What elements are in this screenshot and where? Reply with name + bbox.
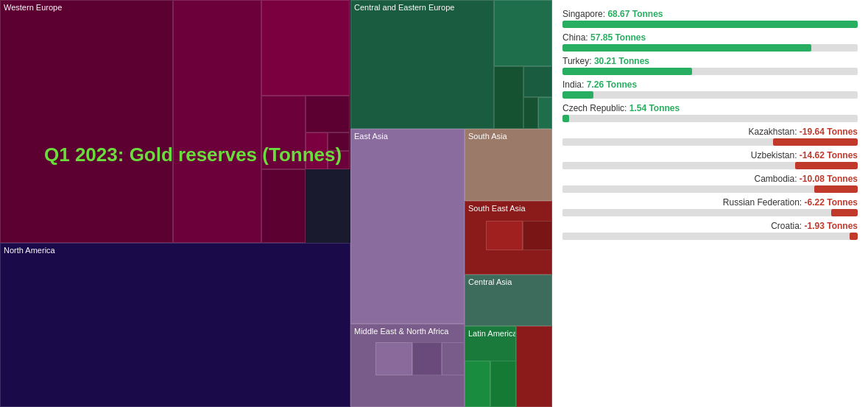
treemap-cell-mena-sub1	[375, 342, 412, 375]
treemap-cell-label: South East Asia	[465, 202, 529, 215]
treemap-cell-la-sub3	[516, 326, 552, 407]
treemap-cell-western-europe-1: Western Europe	[0, 0, 173, 243]
bar-fill	[562, 68, 692, 75]
bar-fill	[773, 138, 858, 146]
bar-track	[562, 185, 858, 193]
bar-label: Turkey: 30.21 Tonnes	[562, 56, 858, 66]
bar-row: India: 7.26 Tonnes	[562, 79, 858, 99]
treemap-cell-label: Central and Eastern Europe	[351, 1, 457, 14]
treemap-cell-sea-sub1	[486, 221, 523, 250]
treemap-cell-cee-4	[523, 66, 552, 97]
treemap-cell-la-sub1	[465, 361, 490, 407]
bar-row: Cambodia: -10.08 Tonnes	[562, 174, 858, 193]
bar-label: Czech Republic: 1.54 Tonnes	[562, 103, 858, 113]
treemap-cell-label: East Asia	[351, 130, 391, 143]
bar-row: Uzbekistan: -14.62 Tonnes	[562, 150, 858, 169]
treemap-cell-la-sub2	[490, 361, 516, 407]
bar-fill	[562, 91, 593, 99]
bar-label: China: 57.85 Tonnes	[562, 32, 858, 43]
treemap-cell-east-asia: East Asia	[350, 129, 465, 324]
treemap-cell-western-europe-2	[173, 0, 261, 243]
bar-fill	[562, 44, 811, 52]
bar-fill	[814, 185, 858, 193]
bar-row: Croatia: -1.93 Tonnes	[562, 221, 858, 240]
bar-row: Turkey: 30.21 Tonnes	[562, 56, 858, 75]
treemap-cell-label: Latin America ...	[465, 327, 516, 340]
bar-label: Russian Federation: -6.22 Tonnes	[562, 197, 858, 208]
treemap-cell-mena-sub3	[442, 342, 465, 375]
treemap-cell-western-europe-3	[261, 0, 350, 96]
bar-track	[562, 21, 858, 28]
bar-fill	[562, 115, 569, 122]
treemap-cell-mena-sub2	[412, 342, 442, 375]
bar-row: China: 57.85 Tonnes	[562, 32, 858, 52]
bar-row: Czech Republic: 1.54 Tonnes	[562, 103, 858, 122]
treemap-cell-label: Western Europe	[1, 1, 65, 14]
bar-track	[562, 68, 858, 75]
bar-label: Uzbekistan: -14.62 Tonnes	[562, 150, 858, 160]
treemap-cell-sea-sub2	[523, 221, 552, 250]
treemap-cell-cee-2	[494, 0, 552, 66]
treemap-cell-cee-6	[538, 97, 552, 129]
bar-track	[562, 233, 858, 240]
treemap-cell-north-america: North America	[0, 243, 350, 407]
bar-row: Russian Federation: -6.22 Tonnes	[562, 197, 858, 216]
bar-row: Kazakhstan: -19.64 Tonnes	[562, 127, 858, 146]
treemap-cell-label: South Asia	[465, 130, 510, 143]
bar-row: Singapore: 68.67 Tonnes	[562, 9, 858, 28]
bar-label: Singapore: 68.67 Tonnes	[562, 9, 858, 19]
bar-fill	[795, 162, 858, 169]
treemap-cell-label: Central Asia	[465, 275, 515, 289]
treemap-cell-western-europe-6	[306, 132, 328, 169]
treemap-cell-cee-5	[523, 97, 538, 129]
bar-track	[562, 44, 858, 52]
treemap-cell-western-europe-5	[306, 96, 350, 132]
treemap-cell-label: Middle East & North Africa	[351, 325, 451, 338]
treemap-cell-western-europe-9	[261, 169, 306, 243]
treemap-cell-central-eastern-europe: Central and Eastern Europe	[350, 0, 494, 129]
treemap: Western EuropeCentral and Eastern Europe…	[0, 0, 552, 407]
treemap-cell-cee-3	[494, 66, 523, 129]
bar-label: Cambodia: -10.08 Tonnes	[562, 174, 858, 184]
bar-track	[562, 162, 858, 169]
bar-fill	[831, 209, 858, 216]
bar-track	[562, 91, 858, 99]
barchart: Singapore: 68.67 TonnesChina: 57.85 Tonn…	[552, 0, 868, 407]
bar-track	[562, 115, 858, 122]
bar-label: Croatia: -1.93 Tonnes	[562, 221, 858, 231]
bar-track	[562, 209, 858, 216]
treemap-cell-western-europe-7	[328, 132, 350, 151]
treemap-cell-south-asia: South Asia	[465, 129, 552, 201]
bar-fill	[850, 233, 858, 240]
treemap-cell-western-europe-8	[328, 151, 350, 169]
bar-fill	[562, 21, 858, 28]
bar-label: Kazakhstan: -19.64 Tonnes	[562, 127, 858, 137]
bar-label: India: 7.26 Tonnes	[562, 79, 858, 90]
treemap-cell-western-europe-4	[261, 96, 306, 169]
treemap-cell-central-asia: Central Asia	[465, 275, 552, 326]
bar-track	[562, 138, 858, 146]
treemap-cell-label: North America	[1, 244, 58, 257]
